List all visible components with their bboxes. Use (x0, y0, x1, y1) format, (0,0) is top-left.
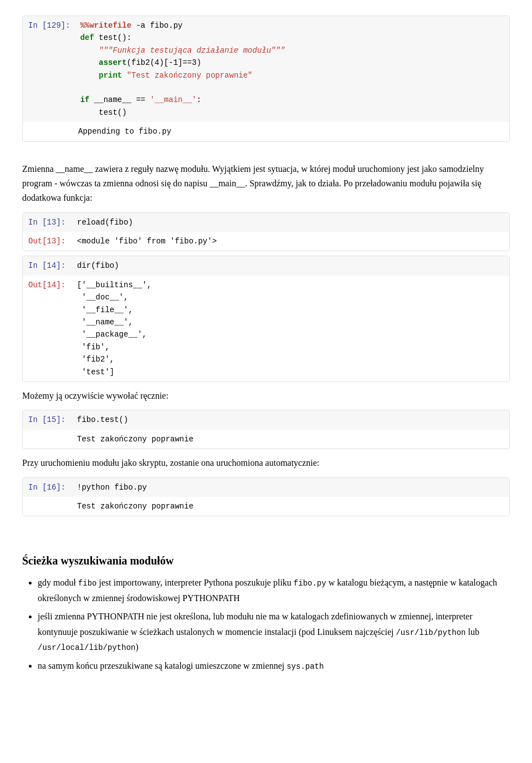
output-prompt-13: Out[13]: (23, 232, 73, 251)
prose-2: Możemy ją oczywiście wywołać ręcznie: (22, 389, 510, 403)
code-output-15: Test zakończony poprawnie (23, 430, 509, 449)
list-item-1: gdy moduł fibo jest importowany, interpr… (38, 575, 510, 606)
output-prompt-16 (23, 497, 73, 503)
input-prompt-15: In [15]: (23, 410, 73, 429)
code-body-15: fibo.test() (73, 410, 509, 429)
output-body-16: Test zakończony poprawnie (73, 497, 509, 516)
input-prompt-14: In [14]: (23, 256, 73, 275)
code-body-14: dir(fibo) (73, 256, 509, 275)
code-input-15: In [15]: fibo.test() (23, 410, 509, 429)
list-item-3: na samym końcu przeszukiwane są katalogi… (38, 658, 510, 674)
code-input-16: In [16]: !python fibo.py (23, 478, 509, 497)
output-body-15: Test zakończony poprawnie (73, 430, 509, 449)
code-cell-14: In [14]: dir(fibo) Out[14]: ['__builtins… (22, 256, 510, 382)
code-output-13: Out[13]: <module 'fibo' from 'fibo.py'> (23, 232, 509, 251)
section-title: Ścieżka wyszukiwania modułów (22, 552, 510, 569)
code-cell-16: In [16]: !python fibo.py Test zakończony… (22, 477, 510, 517)
code-sys-path: sys.path (287, 662, 324, 671)
output-body-13: <module 'fibo' from 'fibo.py'> (73, 232, 509, 251)
prose-3: Przy uruchomieniu modułu jako skryptu, z… (22, 456, 510, 470)
code-body-129: %%writefile -a fibo.py def test(): """Fu… (76, 16, 509, 122)
bullet-list: gdy moduł fibo jest importowany, interpr… (38, 575, 510, 674)
input-prompt-16: In [16]: (23, 478, 73, 497)
code-input-129: In [129]: %%writefile -a fibo.py def tes… (23, 16, 509, 122)
input-prompt-13: In [13]: (23, 213, 73, 232)
code-output-14: Out[14]: ['__builtins__', '__doc__', '__… (23, 276, 509, 382)
code-usr-lib: /usr/lib/python (396, 628, 466, 637)
output-body-14: ['__builtins__', '__doc__', '__file__', … (73, 276, 509, 382)
code-cell-15: In [15]: fibo.test() Test zakończony pop… (22, 410, 510, 449)
prose-1: Zmienna __name__ zawiera z reguły nazwę … (22, 162, 510, 206)
code-body-13: reload(fibo) (73, 213, 509, 232)
code-input-14: In [14]: dir(fibo) (23, 256, 509, 275)
list-item-2: jeśli zmienna PYTHONPATH nie jest określ… (38, 609, 510, 655)
code-input-13: In [13]: reload(fibo) (23, 213, 509, 232)
output-prompt-15 (23, 430, 73, 436)
code-usr-local-lib: /usr/local/lib/python (38, 643, 135, 652)
code-fibo-py: fibo.py (294, 579, 326, 588)
code-cell-129: In [129]: %%writefile -a fibo.py def tes… (22, 16, 510, 142)
output-prompt-14: Out[14]: (23, 276, 73, 294)
input-prompt-129: In [129]: (23, 16, 76, 35)
code-output-129: Appending to fibo.py (23, 122, 509, 141)
code-body-16: !python fibo.py (73, 478, 509, 497)
code-fibo-1: fibo (78, 579, 97, 588)
code-cell-13: In [13]: reload(fibo) Out[13]: <module '… (22, 212, 510, 252)
code-output-16: Test zakończony poprawnie (23, 497, 509, 516)
